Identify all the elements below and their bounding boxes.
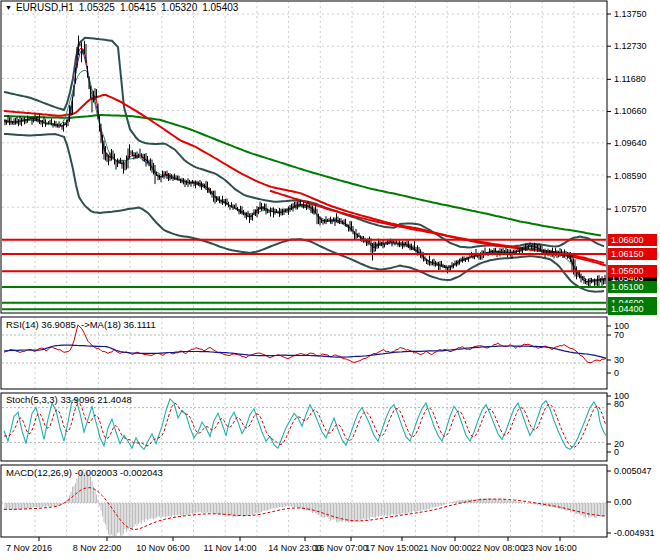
- macd-panel-area[interactable]: [1, 465, 607, 537]
- mt4-chart-window: ▼EURUSD,H11.053251.054151.053201.05403 R…: [0, 0, 660, 560]
- stoch-panel-area[interactable]: [1, 393, 607, 461]
- time-axis[interactable]: [0, 538, 660, 560]
- main-chart-area[interactable]: [1, 1, 607, 313]
- price-axis[interactable]: [608, 0, 660, 538]
- rsi-panel-area[interactable]: [1, 317, 607, 389]
- symbol-dropdown-icon[interactable]: ▼: [5, 4, 12, 11]
